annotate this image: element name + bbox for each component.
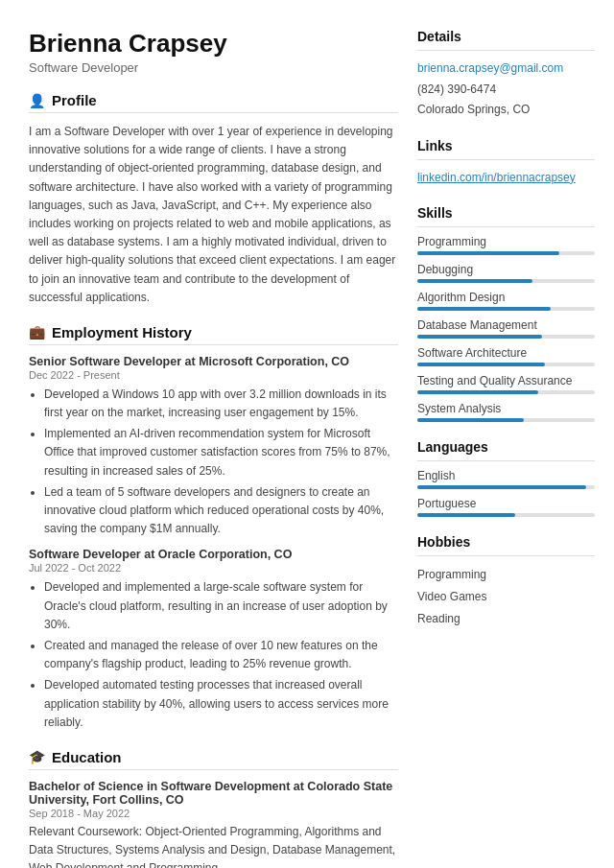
skill-label: Software Architecture [417, 346, 595, 360]
profile-section-title: 👤 Profile [29, 92, 398, 113]
employment-section-title: 💼 Employment History [29, 324, 398, 345]
links-section-title: Links [417, 138, 595, 153]
skill-bar-bg [417, 335, 595, 339]
job-bullet: Developed automated testing processes th… [44, 676, 398, 732]
skill-bar-fill [417, 251, 559, 255]
skill-bar-fill [417, 363, 545, 366]
education-icon: 🎓 [29, 749, 45, 764]
name: Brienna Crapsey [29, 29, 398, 59]
job-date: Jul 2022 - Oct 2022 [29, 562, 398, 574]
job-bullet: Created and managed the release of over … [44, 637, 398, 673]
skill-item: Programming [417, 235, 595, 255]
education-section-title: 🎓 Education [29, 749, 398, 770]
hobbies-divider [417, 555, 595, 556]
skill-item: Testing and Quality Assurance [417, 374, 595, 394]
skill-bar-bg [417, 418, 595, 422]
skill-bar-bg [417, 279, 595, 283]
right-column: Details brienna.crapsey@gmail.com (824) … [417, 29, 595, 868]
job-bullets: Developed and implemented a large-scale … [29, 578, 398, 732]
skill-label: Testing and Quality Assurance [417, 374, 595, 387]
skill-bar-fill [417, 307, 551, 311]
hobbies-list: ProgrammingVideo GamesReading [417, 564, 595, 629]
skill-bar-bg [417, 390, 595, 394]
hobbies-section-title: Hobbies [417, 534, 595, 550]
education-list: Bachelor of Science in Software Developm… [29, 780, 398, 868]
language-bar-fill [417, 485, 586, 489]
job-bullet: Led a team of 5 software developers and … [44, 483, 398, 539]
skills-divider [417, 226, 595, 227]
skill-item: Algorithm Design [417, 291, 595, 311]
skill-bar-fill [417, 335, 542, 339]
language-bar-bg [417, 513, 595, 517]
job-bullets: Developed a Windows 10 app with over 3.2… [29, 386, 398, 539]
profile-icon: 👤 [29, 93, 45, 108]
link-item[interactable]: linkedin.com/in/briennacrapsey [417, 171, 576, 184]
skill-item: Debugging [417, 263, 595, 283]
skill-bar-fill [417, 418, 524, 422]
skill-item: System Analysis [417, 402, 595, 422]
location: Colorado Springs, CO [417, 100, 595, 121]
skill-label: Algorithm Design [417, 291, 595, 304]
skill-bar-bg [417, 307, 595, 311]
skill-bar-fill [417, 279, 532, 283]
edu-title: Bachelor of Science in Software Developm… [29, 780, 398, 807]
language-item: English [417, 469, 595, 489]
hobby-item: Reading [417, 608, 595, 630]
job-title: Senior Software Developer at Microsoft C… [29, 355, 398, 368]
email[interactable]: brienna.crapsey@gmail.com [417, 59, 595, 80]
job-entry: Senior Software Developer at Microsoft C… [29, 355, 398, 539]
skill-label: Programming [417, 235, 595, 248]
job-title: Software Developer at Oracle Corporation… [29, 548, 398, 561]
language-label: Portuguese [417, 497, 595, 510]
skill-bar-bg [417, 363, 595, 366]
job-date: Dec 2022 - Present [29, 369, 398, 381]
languages-list: EnglishPortuguese [417, 469, 595, 517]
profile-text: I am a Software Developer with over 1 ye… [29, 123, 398, 307]
language-item: Portuguese [417, 497, 595, 517]
skill-label: Database Management [417, 318, 595, 332]
skill-item: Database Management [417, 318, 595, 339]
skill-label: System Analysis [417, 402, 595, 415]
left-column: Brienna Crapsey Software Developer 👤 Pro… [29, 29, 398, 868]
skill-label: Debugging [417, 263, 595, 276]
hobby-item: Video Games [417, 586, 595, 608]
links-divider [417, 159, 595, 160]
edu-description: Relevant Coursework: Object-Oriented Pro… [29, 823, 398, 868]
skills-list: ProgrammingDebuggingAlgorithm DesignData… [417, 235, 595, 422]
skill-bar-fill [417, 390, 538, 394]
job-bullet: Developed a Windows 10 app with over 3.2… [44, 386, 398, 422]
job-title: Software Developer [29, 60, 398, 75]
languages-section-title: Languages [417, 439, 595, 455]
education-entry: Bachelor of Science in Software Developm… [29, 780, 398, 868]
hobby-item: Programming [417, 564, 595, 586]
job-entry: Software Developer at Oracle Corporation… [29, 548, 398, 732]
skill-item: Software Architecture [417, 346, 595, 366]
language-bar-fill [417, 513, 515, 517]
job-bullet: Developed and implemented a large-scale … [44, 578, 398, 634]
details-section-title: Details [417, 29, 595, 44]
languages-divider [417, 460, 595, 461]
phone: (824) 390-6474 [417, 80, 595, 101]
language-label: English [417, 469, 595, 482]
links-list: linkedin.com/in/briennacrapsey [417, 168, 595, 189]
language-bar-bg [417, 485, 595, 489]
edu-date: Sep 2018 - May 2022 [29, 808, 398, 819]
skills-section-title: Skills [417, 205, 595, 221]
skill-bar-bg [417, 251, 595, 255]
job-bullet: Implemented an AI-driven recommendation … [44, 425, 398, 481]
details-divider [417, 50, 595, 51]
employment-list: Senior Software Developer at Microsoft C… [29, 355, 398, 732]
employment-icon: 💼 [29, 324, 45, 340]
